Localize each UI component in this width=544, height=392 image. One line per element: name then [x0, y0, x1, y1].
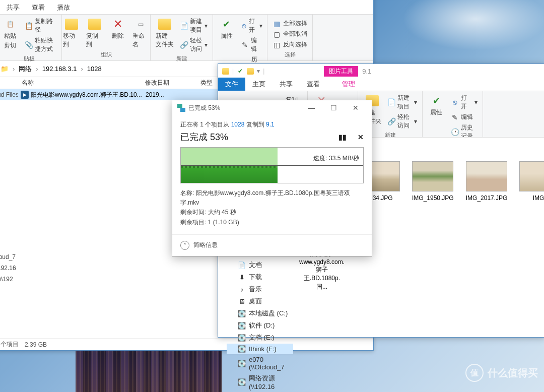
tab-manage[interactable]: 管理	[335, 78, 362, 91]
image-thumbnail[interactable]: IMG_	[519, 161, 544, 202]
ribbon-group-new: 新建	[176, 54, 187, 63]
tab-play[interactable]: 播放	[51, 1, 76, 14]
paste-label: 粘贴	[4, 32, 16, 40]
paste-shortcut-button[interactable]: 📎粘贴快捷方式	[23, 36, 58, 54]
tab-home[interactable]: 主页	[245, 78, 273, 91]
taskbar-thumbnail	[76, 351, 222, 392]
rename-button[interactable]: ▭重命名	[130, 17, 152, 50]
drive-icon: 💽	[238, 346, 246, 353]
nav-item[interactable]: ♪音乐	[227, 283, 293, 295]
tab-file[interactable]: 文件	[218, 78, 245, 91]
open-button[interactable]: ⎋打开 ▾	[449, 93, 480, 111]
tab-view[interactable]: 查看	[300, 78, 327, 91]
nav-label: 软件 (D:)	[249, 321, 275, 330]
new-folder-button[interactable]: 新建 文件夹	[154, 17, 176, 50]
ribbon: 📋 粘贴 剪切 📋复制路径 📎粘贴快捷方式 贴板 移动到 复制到 ✕删除 ▭重命…	[0, 15, 373, 61]
nav-label: 桌面	[249, 297, 262, 306]
edit-button[interactable]: ✎编辑	[239, 36, 264, 54]
breadcrumb-folder[interactable]: 1028	[87, 65, 102, 73]
drive-icon: 💽	[238, 360, 246, 367]
nav-label: 文档 (E:)	[249, 333, 275, 342]
drive-icon: 🖥	[238, 298, 246, 305]
close-button[interactable]: ✕	[345, 101, 367, 115]
brief-info-toggle[interactable]: ⌃ 简略信息	[172, 234, 372, 256]
drive-icon: 📄	[238, 262, 246, 269]
delete-button[interactable]: ✕删除	[107, 17, 128, 41]
status-bar: 个项目 2.39 GB	[0, 338, 373, 350]
new-item-button[interactable]: 📄新建项目 ▾	[178, 17, 210, 35]
drive-icon: 💽	[238, 310, 246, 317]
breadcrumb-network[interactable]: 网络	[19, 64, 32, 74]
folder-icon	[247, 68, 254, 75]
cancel-button[interactable]: ✕	[358, 133, 364, 141]
copy-progress-dialog: 已完成 53% — ☐ ✕ 正在将 1 个项目从 1028 复制到 9.1 已完…	[172, 100, 372, 256]
window-titlebar[interactable]: | ✔ ▾ | 图片工具 9.1	[218, 64, 544, 78]
easy-access-button[interactable]: 🔗轻松访问 ▾	[178, 36, 210, 54]
chevron-right-icon[interactable]: ›	[36, 65, 38, 73]
properties-button[interactable]: ✔属性	[426, 93, 447, 118]
select-all-button[interactable]: ▦全部选择	[271, 19, 309, 28]
ribbon-tabs: 共享 查看 播放	[0, 1, 373, 15]
drive-icon: ♪	[238, 286, 246, 293]
image-thumbnail[interactable]: IMG_1950.JPG	[412, 161, 454, 202]
cut-button[interactable]: 剪切	[4, 41, 16, 50]
qat-separator: |	[263, 68, 264, 75]
column-name[interactable]: 名称	[0, 79, 145, 87]
ribbon-group-organize: 组织	[101, 50, 112, 59]
copy-path-button[interactable]: 📋复制路径	[23, 17, 58, 35]
dialog-titlebar[interactable]: 已完成 53% — ☐ ✕	[172, 100, 372, 115]
qat-dropdown[interactable]: ▾	[257, 68, 260, 75]
breadcrumb-ip[interactable]: 192.168.3.1	[42, 65, 77, 73]
qat-button[interactable]: ✔	[237, 68, 244, 75]
copy-details: 名称: 阳光电影www.ygdy8.com.狮子王.BD.1080p.国粤英三语…	[180, 188, 364, 227]
watermark-icon: 值	[465, 364, 484, 382]
speed-label: 速度: 33.5 MB/秒	[313, 154, 359, 163]
qat-separator: |	[232, 68, 234, 75]
photo-icon	[466, 161, 507, 191]
dest-link[interactable]: 9.1	[266, 121, 275, 128]
move-to-button[interactable]: 移动到	[61, 17, 82, 50]
photo-icon	[412, 161, 453, 191]
nav-label: 文档	[249, 260, 262, 270]
open-button[interactable]: ⎋打开 ▾	[239, 17, 264, 35]
source-link[interactable]: 1028	[231, 121, 245, 128]
nav-item[interactable]: 💽本地磁盘 (C:)	[227, 307, 293, 319]
folder-icon	[222, 68, 229, 75]
nav-label: 音乐	[249, 285, 262, 294]
maximize-button[interactable]: ☐	[322, 101, 345, 115]
ribbon-group-clipboard: 贴板	[24, 54, 35, 63]
nav-item[interactable]: 📄文档	[227, 259, 293, 271]
nav-pane: 🎬视频🖼图片📄文档⬇下载♪音乐🖥桌面💽本地磁盘 (C:)💽软件 (D:)💽文档 …	[227, 235, 293, 392]
contextual-tab-picture-tools[interactable]: 图片工具	[324, 66, 358, 77]
minimize-button[interactable]: —	[300, 101, 322, 115]
history-button[interactable]: 🕐历史记录	[449, 123, 480, 138]
tab-share[interactable]: 共享	[273, 78, 300, 91]
new-item-button[interactable]: 📄新建项目 ▾	[385, 93, 419, 111]
easy-access-button[interactable]: 🔗轻松访问 ▾	[385, 112, 419, 130]
chevron-right-icon[interactable]: ›	[13, 65, 15, 73]
tab-share[interactable]: 共享	[1, 1, 26, 14]
properties-button[interactable]: ✔属性	[216, 17, 237, 41]
pause-button[interactable]: ▮▮	[338, 133, 347, 141]
image-thumbnail[interactable]: IMG_2017.JPG	[466, 161, 508, 202]
nav-item[interactable]: 💽e070 (\\Otcloud_7	[227, 354, 293, 372]
watermark: 值 什么值得买	[465, 364, 538, 382]
tab-view[interactable]: 查看	[26, 1, 51, 14]
nav-label: Ithink (F:)	[249, 345, 277, 353]
folder-icon: 📁	[1, 65, 9, 73]
column-date[interactable]: 修改日期	[145, 79, 200, 87]
nav-item[interactable]: 💽软件 (D:)	[227, 319, 293, 332]
copy-to-button[interactable]: 复制到	[84, 17, 105, 50]
invert-selection-button[interactable]: ◫反向选择	[271, 40, 309, 49]
nav-item[interactable]: ⬇下载	[227, 271, 293, 283]
nav-item[interactable]: 💽网络资源 (\\192.16	[227, 372, 293, 392]
nav-item[interactable]: 💽文档 (E:)	[227, 332, 293, 344]
copy-icon	[177, 104, 185, 112]
paste-button[interactable]: 📋 粘贴 剪切	[0, 17, 21, 51]
nav-item[interactable]: 🖥桌面	[227, 295, 293, 307]
chevron-up-icon: ⌃	[180, 241, 189, 250]
nav-item[interactable]: 💽Ithink (F:)	[227, 344, 293, 354]
select-none-button[interactable]: ▢全部取消	[271, 29, 309, 39]
edit-button[interactable]: ✎编辑	[449, 112, 480, 122]
chevron-right-icon[interactable]: ›	[81, 65, 83, 73]
